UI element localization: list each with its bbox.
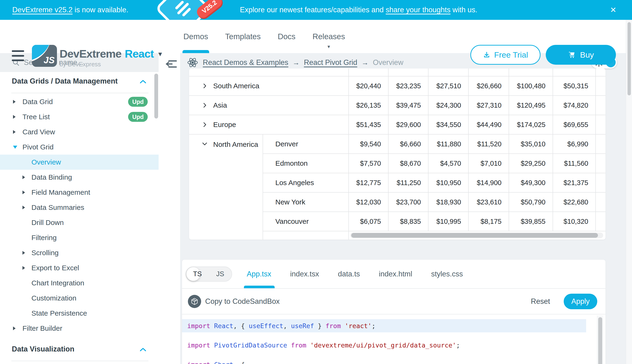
sidebar-item-overview[interactable]: Overview	[0, 154, 159, 170]
banner-feedback-link[interactable]: share your thoughts	[386, 6, 451, 14]
pivot-row-header-europe[interactable]: Europe	[189, 115, 349, 134]
sidebar-item-scrolling[interactable]: Scrolling	[0, 245, 159, 260]
sidebar-item-state-persistence[interactable]: State Persistence	[0, 306, 159, 321]
pivot-spacer	[263, 231, 349, 240]
collapse-row-icon[interactable]	[201, 140, 208, 147]
pivot-value-cell: $49,300	[509, 173, 553, 192]
pivot-hscrollbar-thumb[interactable]	[351, 233, 598, 238]
page-scrollbar[interactable]	[626, 20, 632, 364]
pivot-value-cell: $10,995	[429, 212, 469, 231]
download-icon	[483, 51, 490, 58]
sidebar-scrollbar-thumb[interactable]	[154, 74, 158, 118]
devextreme-js-logo[interactable]: JS	[32, 45, 57, 67]
expand-row-icon[interactable]	[201, 102, 208, 108]
code-line-3: import Chart, {	[182, 358, 605, 364]
sidebar-item-pivot-grid[interactable]: Pivot Grid	[0, 140, 159, 154]
language-toggle[interactable]: TS JS	[185, 266, 232, 282]
breadcrumb-overview: Overview	[373, 58, 403, 67]
free-trial-button[interactable]: Free Trial	[470, 45, 541, 65]
sidebar-item-filtering[interactable]: Filtering	[0, 230, 159, 245]
banner-close-icon[interactable]: ✕	[610, 0, 616, 20]
pivot-row-header-new-york[interactable]: New York	[263, 192, 349, 212]
sidebar-item-label: State Persistence	[32, 309, 87, 317]
pivot-value-cell: $8,175	[469, 212, 509, 231]
sidebar-item-data-binding[interactable]: Data Binding	[0, 170, 159, 185]
expand-row-icon[interactable]	[201, 121, 208, 128]
sidebar-item-drill-down[interactable]: Drill Down	[0, 215, 159, 230]
section-divider	[11, 361, 148, 361]
nav-item-releases[interactable]: Releases▼	[312, 20, 345, 53]
sidebar-item-customization[interactable]: Customization	[0, 290, 159, 306]
framework-name[interactable]: React	[125, 48, 154, 60]
nav-label: Docs	[278, 32, 295, 41]
pivot-row-header-north-america[interactable]: North America	[189, 134, 263, 240]
updated-badge: Upd	[128, 97, 148, 107]
code-tab-index-tsx[interactable]: index.tsx	[290, 270, 319, 278]
code-tabs-row: TS JS App.tsxindex.tsxdata.tsindex.htmls…	[182, 260, 605, 289]
pivot-row-header-denver[interactable]: Denver	[263, 134, 349, 154]
pivot-row-header-asia[interactable]: Asia	[189, 96, 349, 115]
banner-version-rest: is now available.	[73, 6, 128, 14]
reset-button[interactable]: Reset	[531, 297, 550, 306]
banner-version-link[interactable]: DevExtreme v25.2	[12, 6, 73, 14]
section-header-data-visualization[interactable]: Data Visualization	[0, 343, 159, 356]
breadcrumb-react-pivot-grid[interactable]: React Pivot Grid	[304, 58, 357, 67]
code-tab-styles-css[interactable]: styles.css	[431, 270, 463, 278]
cart-icon	[568, 51, 576, 59]
code-tab-data-ts[interactable]: data.ts	[338, 270, 360, 278]
code-line-2: import PivotGridDataSource from 'devextr…	[182, 338, 605, 352]
banner-release-text: DevExtreme v25.2 is now available.	[12, 0, 128, 20]
pivot-value-cell: $51,435	[349, 115, 388, 134]
code-tab-app-tsx[interactable]: App.tsx	[247, 270, 271, 278]
pivot-row-header-south-america[interactable]: South America	[189, 76, 349, 96]
sidebar-item-data-grid[interactable]: Data GridUpd	[0, 94, 159, 109]
sidebar-item-field-management[interactable]: Field Management	[0, 185, 159, 200]
brand-byline: by DevExpress	[60, 61, 163, 68]
pivot-value-cell: $8,835	[388, 212, 429, 231]
nav-item-templates[interactable]: Templates	[225, 20, 261, 53]
sidebar-item-filter-builder[interactable]: Filter Builder	[0, 321, 159, 336]
pivot-cell-clipped	[596, 96, 605, 115]
pivot-value-cell: $27,310	[469, 96, 509, 115]
pivot-row-header-edmonton[interactable]: Edmonton	[263, 154, 349, 173]
codesandbox-icon[interactable]	[188, 295, 201, 308]
sidebar-item-label: Export to Excel	[32, 264, 79, 272]
language-option-js[interactable]: JS	[209, 267, 232, 281]
sidebar-item-data-summaries[interactable]: Data Summaries	[0, 200, 159, 215]
code-scrollbar-thumb[interactable]	[598, 317, 602, 364]
section-header-data-grids-data-management[interactable]: Data Grids / Data Management	[0, 75, 159, 88]
sidebar-item-card-view[interactable]: Card View	[0, 124, 159, 140]
sidebar-item-export-to-excel[interactable]: Export to Excel	[0, 260, 159, 276]
nav-label: Templates	[225, 32, 261, 41]
pivot-cell-clipped	[596, 115, 605, 134]
collapse-arrow-icon	[13, 146, 17, 149]
hamburger-menu-icon[interactable]	[12, 50, 24, 61]
sidebar-item-label: Overview	[32, 158, 61, 166]
pivot-row-header-vancouver[interactable]: Vancouver	[263, 212, 349, 231]
sidebar-item-tree-list[interactable]: Tree ListUpd	[0, 109, 159, 124]
pivot-value-cell: $12,030	[349, 192, 388, 212]
language-option-ts[interactable]: TS	[186, 267, 209, 281]
buy-button[interactable]: Buy	[546, 45, 616, 65]
page-scrollbar-thumb[interactable]	[627, 22, 631, 95]
pivot-value-cell: $11,520	[469, 134, 509, 154]
nav-label: Demos	[183, 32, 208, 41]
breadcrumb-react-demos-examples[interactable]: React Demos & Examples	[203, 58, 288, 67]
sidebar-item-chart-integration[interactable]: Chart Integration	[0, 276, 159, 290]
pivot-cell-clipped	[388, 68, 429, 76]
framework-dropdown-icon[interactable]: ▼	[157, 50, 163, 58]
pivot-value-cell: $20,440	[349, 76, 388, 96]
collapse-sidebar-icon[interactable]	[166, 60, 177, 68]
copy-to-codesandbox-button[interactable]: Copy to CodeSandBox	[205, 297, 280, 306]
pivot-value-cell: $24,300	[429, 96, 469, 115]
pivot-value-cell: $14,900	[469, 173, 509, 192]
expand-row-icon[interactable]	[201, 82, 208, 89]
pivot-row-header-los-angeles[interactable]: Los Angeles	[263, 173, 349, 192]
nav-item-docs[interactable]: Docs	[278, 20, 295, 53]
code-tab-index-html[interactable]: index.html	[379, 270, 412, 278]
region-label: Europe	[213, 121, 236, 129]
sidebar-item-label: Data Binding	[32, 173, 72, 181]
apply-button[interactable]: Apply	[564, 294, 597, 309]
nav-item-demos[interactable]: Demos	[183, 20, 208, 53]
expand-arrow-icon	[23, 206, 25, 210]
